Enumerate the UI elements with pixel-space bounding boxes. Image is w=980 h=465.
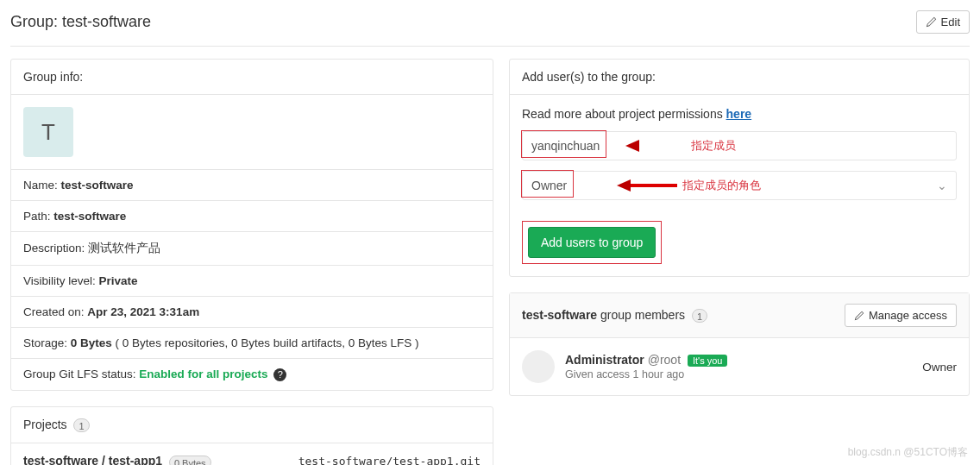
group-info-title: Group info: [11, 60, 493, 95]
avatar [522, 350, 555, 383]
user-input[interactable]: yanqinchuan [522, 131, 957, 160]
member-row: Administrator @root It's you Given acces… [510, 338, 969, 395]
info-row-storage: Storage: 0 Bytes ( 0 Bytes repositories,… [11, 328, 493, 359]
permissions-text: Read more about project permissions here [522, 107, 957, 121]
member-role: Owner [922, 361, 957, 374]
arrow-icon [617, 177, 677, 194]
its-you-badge: It's you [688, 355, 728, 367]
info-row-visibility: Visibility level: Private [11, 266, 493, 297]
divider [10, 46, 970, 47]
page-title: Group: test-software [10, 13, 151, 31]
members-title: test-software group members 1 [522, 308, 707, 323]
member-access-time: Given access 1 hour ago [565, 368, 727, 380]
title-prefix: Group: [10, 13, 58, 30]
watermark: blog.csdn.n @51CTO博客 [848, 445, 968, 460]
info-row-description: Description: 测试软件产品 [11, 232, 493, 266]
projects-title: Projects 1 [11, 407, 493, 443]
manage-access-button[interactable]: Manage access [845, 304, 957, 327]
projects-count-badge: 1 [73, 418, 89, 432]
edit-label: Edit [941, 16, 960, 28]
help-icon[interactable]: ? [273, 368, 286, 381]
project-row[interactable]: test-software / test-app1 0 Bytes test-s… [11, 443, 493, 465]
project-breadcrumb: test-software / test-app1 0 Bytes [23, 454, 211, 465]
page-header: Group: test-software Edit [10, 7, 970, 46]
edit-icon [926, 16, 937, 28]
group-info-panel: Group info: T Name: test-software Path: … [10, 59, 493, 391]
members-count-badge: 1 [692, 309, 707, 323]
projects-panel: Projects 1 test-software / test-app1 0 B… [10, 406, 493, 465]
group-avatar: T [23, 107, 73, 157]
annotation-box: Add users to group [522, 221, 662, 264]
arrow-icon [625, 137, 686, 154]
project-size-badge: 0 Bytes [169, 456, 211, 465]
edit-button[interactable]: Edit [916, 10, 970, 34]
add-users-title: Add user(s) to the group: [510, 60, 969, 95]
edit-icon [854, 311, 864, 321]
info-row-created: Created on: Apr 23, 2021 3:31am [11, 297, 493, 328]
info-row-name: Name: test-software [11, 170, 493, 201]
group-name: test-software [62, 13, 151, 30]
annotation-user: 指定成员 [691, 138, 736, 154]
permissions-link[interactable]: here [726, 107, 752, 121]
info-row-path: Path: test-software [11, 201, 493, 232]
member-name-line: Administrator @root It's you [565, 353, 727, 367]
add-users-button[interactable]: Add users to group [528, 227, 656, 258]
project-path: test-software/test-app1.git [298, 455, 481, 465]
chevron-down-icon: ⌄ [937, 179, 947, 192]
add-users-panel: Add user(s) to the group: Read more abou… [509, 59, 970, 277]
annotation-role: 指定成员的角色 [682, 178, 761, 193]
members-panel: test-software group members 1 Manage acc… [509, 292, 970, 396]
info-row-lfs: Group Git LFS status: Enabled for all pr… [11, 359, 493, 390]
